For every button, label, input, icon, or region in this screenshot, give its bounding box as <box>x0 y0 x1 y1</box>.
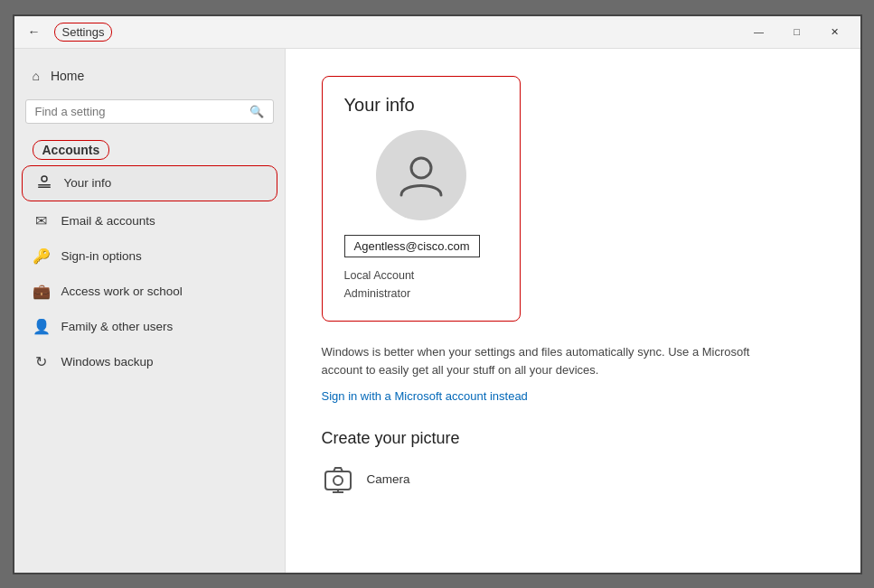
create-picture-title: Create your picture <box>322 429 824 448</box>
svg-point-0 <box>42 176 47 182</box>
camera-item[interactable]: Camera <box>322 462 824 495</box>
sidebar: ⌂ Home 🔍 Accounts Your info <box>14 49 286 573</box>
avatar <box>376 130 466 220</box>
sidebar-backup-label: Windows backup <box>61 355 154 369</box>
sidebar-item-email-accounts[interactable]: ✉ Email & accounts <box>14 203 285 238</box>
search-input[interactable] <box>35 105 249 118</box>
account-type: Local Account Administrator <box>344 266 498 303</box>
sync-message: Windows is better when your settings and… <box>322 343 792 381</box>
sidebar-signin-label: Sign-in options <box>61 249 142 263</box>
svg-rect-2 <box>38 186 51 188</box>
refresh-icon: ↻ <box>33 353 51 370</box>
key-icon: 🔑 <box>33 247 51 265</box>
family-icon: 👤 <box>33 318 51 335</box>
sidebar-work-label: Access work or school <box>61 285 183 298</box>
sidebar-item-your-info[interactable]: Your info <box>22 165 277 201</box>
main-content: Your info Agentless@cisco.com Local Acco… <box>286 49 860 573</box>
search-box: 🔍 <box>25 99 274 124</box>
sign-in-link[interactable]: Sign in with a Microsoft account instead <box>322 389 528 403</box>
email-display: Agentless@cisco.com <box>344 235 480 257</box>
close-button[interactable]: ✕ <box>817 19 853 44</box>
sidebar-email-label: Email & accounts <box>61 214 155 228</box>
sidebar-item-home[interactable]: ⌂ Home <box>14 60 285 92</box>
camera-label: Camera <box>367 472 410 486</box>
account-type-line1: Local Account <box>344 266 498 285</box>
your-info-icon <box>35 173 53 193</box>
email-icon: ✉ <box>33 212 51 229</box>
your-info-card: Your info Agentless@cisco.com Local Acco… <box>322 76 521 322</box>
camera-icon <box>322 462 354 495</box>
settings-label: Settings <box>54 23 113 42</box>
svg-rect-1 <box>38 184 51 186</box>
sidebar-home-label: Home <box>51 69 84 83</box>
titlebar-left: ← Settings <box>22 19 113 44</box>
account-type-line2: Administrator <box>344 285 498 303</box>
sidebar-family-label: Family & other users <box>61 320 174 333</box>
briefcase-icon: 💼 <box>33 283 51 300</box>
sidebar-item-backup[interactable]: ↻ Windows backup <box>14 344 285 379</box>
content-area: ⌂ Home 🔍 Accounts Your info <box>14 49 860 573</box>
settings-window: ← Settings — □ ✕ ⌂ Home 🔍 Accounts <box>13 14 862 574</box>
search-icon: 🔍 <box>249 105 264 118</box>
your-info-title: Your info <box>344 95 498 116</box>
sidebar-item-sign-in[interactable]: 🔑 Sign-in options <box>14 238 285 274</box>
window-controls: — □ ✕ <box>741 19 853 44</box>
back-button[interactable]: ← <box>22 19 47 44</box>
minimize-button[interactable]: — <box>741 19 777 44</box>
accounts-heading: Accounts <box>33 140 110 160</box>
sidebar-item-work-school[interactable]: 💼 Access work or school <box>14 274 285 309</box>
titlebar: ← Settings — □ ✕ <box>14 16 860 49</box>
svg-rect-4 <box>325 471 351 490</box>
sidebar-your-info-label: Your info <box>64 176 112 190</box>
svg-point-3 <box>411 158 431 178</box>
sidebar-item-family[interactable]: 👤 Family & other users <box>14 309 285 344</box>
maximize-button[interactable]: □ <box>779 19 815 44</box>
home-icon: ⌂ <box>33 69 40 83</box>
svg-point-5 <box>334 476 343 485</box>
